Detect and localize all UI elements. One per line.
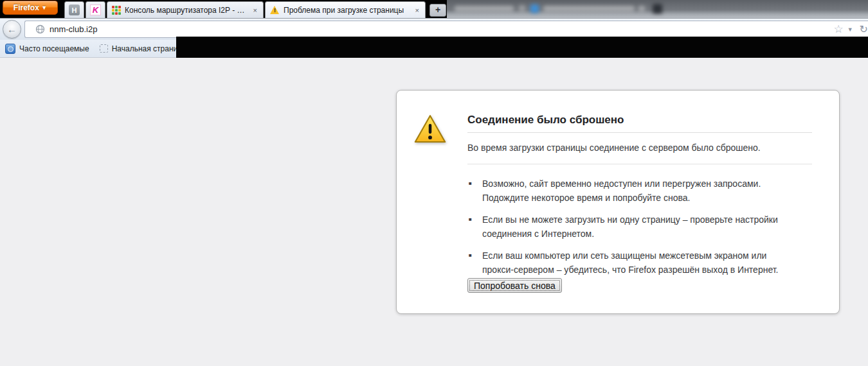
- bookmark-star-icon[interactable]: ☆: [833, 22, 843, 36]
- firefox-menu-label: Firefox: [14, 3, 39, 12]
- bookmark-frequently-visited[interactable]: Часто посещаемые: [0, 40, 95, 57]
- blurred-folder-icon: [530, 4, 539, 13]
- tab-close-icon[interactable]: ×: [414, 6, 420, 14]
- bookmark-label: Начальная страница: [112, 44, 186, 53]
- browser-window: Firefox ▼ H K Консоль маршрутизатора I2P…: [0, 0, 868, 366]
- h-favicon-icon: H: [69, 4, 80, 15]
- bookmark-label: Часто посещаемые: [19, 44, 89, 53]
- error-description: Во время загрузки страницы соединение с …: [467, 143, 812, 153]
- firefox-menu-button[interactable]: Firefox ▼: [3, 1, 58, 15]
- background-windows-blur-layer: [447, 0, 868, 18]
- url-text[interactable]: nnm-club.i2p: [50, 24, 833, 34]
- tab-page-load-problem[interactable]: ! Проблема при загрузке страницы ×: [265, 1, 426, 18]
- tab-close-icon[interactable]: ×: [252, 6, 258, 14]
- frequently-visited-icon: [5, 44, 15, 54]
- network-error-card: Соединение было сброшено Во время загруз…: [396, 90, 840, 314]
- i2p-favicon-icon: [112, 6, 121, 15]
- pinned-tab-h[interactable]: H: [64, 1, 84, 18]
- globe-icon: [35, 24, 45, 34]
- blurred-button: [653, 4, 662, 13]
- warning-triangle-icon: [413, 114, 447, 144]
- redacted-area: [176, 37, 868, 58]
- blurred-close-icon: [638, 6, 645, 12]
- back-arrow-icon: ←: [7, 24, 17, 35]
- placeholder-favicon-icon: [100, 44, 108, 53]
- url-bar[interactable]: nnm-club.i2p ☆ ▼ ↻: [24, 21, 868, 38]
- blurred-close-icon: [519, 5, 525, 12]
- back-button[interactable]: ←: [3, 20, 21, 39]
- error-suggestion-item: Если вы не можете загрузить ни одну стра…: [467, 213, 792, 241]
- pinned-tab-k[interactable]: K: [86, 1, 105, 18]
- tab-title: Консоль маршрутизатора I2P - Адр…: [125, 6, 248, 15]
- error-suggestions-list: Возможно, сайт временно недоступен или п…: [467, 177, 792, 277]
- page-content: Соединение было сброшено Во время загруз…: [0, 58, 868, 366]
- warning-favicon-icon: !: [270, 6, 280, 14]
- k-favicon-icon: K: [90, 4, 101, 15]
- blurred-window-title: [455, 6, 514, 12]
- tab-title: Проблема при загрузке страницы: [284, 6, 410, 15]
- try-again-button[interactable]: Попробовать снова: [467, 278, 562, 293]
- error-card-body: Соединение было сброшено Во время загруз…: [467, 114, 812, 277]
- url-dropdown-icon[interactable]: ▼: [847, 26, 853, 33]
- new-tab-button[interactable]: +: [429, 4, 446, 17]
- tab-i2p-console[interactable]: Консоль маршрутизатора I2P - Адр… ×: [107, 1, 264, 18]
- background-windows-blurred: [447, 0, 868, 18]
- chevron-down-icon: ▼: [41, 4, 47, 11]
- error-title: Соединение было сброшено: [467, 114, 812, 133]
- blurred-window-title: [543, 6, 635, 12]
- tab-strip: Firefox ▼ H K Консоль маршрутизатора I2P…: [0, 0, 868, 18]
- divider: [467, 164, 812, 164]
- reload-icon[interactable]: ↻: [860, 23, 868, 35]
- error-suggestion-item: Возможно, сайт временно недоступен или п…: [467, 177, 792, 205]
- error-suggestion-item: Если ваш компьютер или сеть защищены меж…: [467, 248, 792, 277]
